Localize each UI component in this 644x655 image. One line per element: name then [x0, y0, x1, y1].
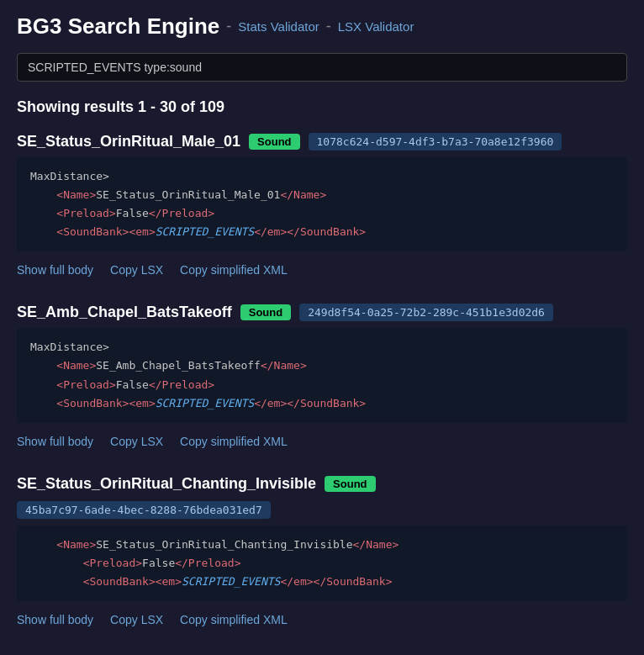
show-full-body-btn-2[interactable]: Show full body: [17, 435, 93, 448]
header-sep-2: -: [326, 18, 331, 35]
copy-lsx-btn-1[interactable]: Copy LSX: [110, 263, 163, 277]
results-summary: Showing results 1 - 30 of 109: [17, 98, 627, 116]
result-uuid-2: 249d8f54-0a25-72b2-289c-451b1e3d02d6: [299, 304, 553, 321]
copy-lsx-btn-2[interactable]: Copy LSX: [110, 435, 163, 448]
result-block-1: SE_Status_OrinRitual_Male_01 Sound 1078c…: [17, 133, 627, 280]
result-uuid-3: 45ba7c97-6ade-4bec-8288-76bdea031ed7: [17, 501, 271, 519]
stats-validator-link[interactable]: Stats Validator: [238, 19, 319, 34]
header: BG3 Search Engine - Stats Validator - LS…: [17, 13, 627, 40]
result-header-1: SE_Status_OrinRitual_Male_01 Sound 1078c…: [17, 133, 627, 151]
result-block-3: SE_Status_OrinRitual_Chanting_Invisible …: [17, 475, 627, 630]
badge-sound-3: Sound: [325, 476, 375, 492]
result-uuid-1: 1078c624-d597-4df3-b7a3-70a8e12f3960: [309, 133, 562, 151]
result-header-2: SE_Amb_Chapel_BatsTakeoff Sound 249d8f54…: [17, 304, 627, 321]
lsx-validator-link[interactable]: LSX Validator: [338, 19, 414, 34]
badge-sound-2: Sound: [240, 304, 291, 320]
result-header-3: SE_Status_OrinRitual_Chanting_Invisible …: [17, 475, 627, 519]
page-container: BG3 Search Engine - Stats Validator - LS…: [0, 0, 644, 655]
result-actions-2: Show full body Copy LSX Copy simplified …: [17, 431, 627, 452]
result-name-3: SE_Status_OrinRitual_Chanting_Invisible: [17, 475, 316, 493]
result-body-3: <Name>SE_Status_OrinRitual_Chanting_Invi…: [17, 526, 627, 601]
badge-sound-1: Sound: [249, 134, 299, 150]
result-name-1: SE_Status_OrinRitual_Male_01: [17, 133, 240, 151]
copy-lsx-btn-3[interactable]: Copy LSX: [110, 613, 163, 626]
search-input[interactable]: [17, 53, 627, 82]
result-block-2: SE_Amb_Chapel_BatsTakeoff Sound 249d8f54…: [17, 304, 627, 451]
copy-simplified-xml-btn-2[interactable]: Copy simplified XML: [180, 435, 288, 448]
result-body-1: MaxDistance> <Name>SE_Status_OrinRitual_…: [17, 157, 627, 251]
result-actions-1: Show full body Copy LSX Copy simplified …: [17, 260, 627, 280]
copy-simplified-xml-btn-1[interactable]: Copy simplified XML: [180, 263, 288, 277]
header-sep-1: -: [226, 18, 231, 35]
show-full-body-btn-1[interactable]: Show full body: [17, 263, 93, 277]
result-body-2: MaxDistance> <Name>SE_Amb_Chapel_BatsTak…: [17, 328, 627, 422]
copy-simplified-xml-btn-3[interactable]: Copy simplified XML: [180, 613, 288, 626]
result-actions-3: Show full body Copy LSX Copy simplified …: [17, 610, 627, 630]
show-full-body-btn-3[interactable]: Show full body: [17, 613, 93, 626]
site-title: BG3 Search Engine: [17, 13, 219, 40]
result-name-2: SE_Amb_Chapel_BatsTakeoff: [17, 304, 232, 321]
